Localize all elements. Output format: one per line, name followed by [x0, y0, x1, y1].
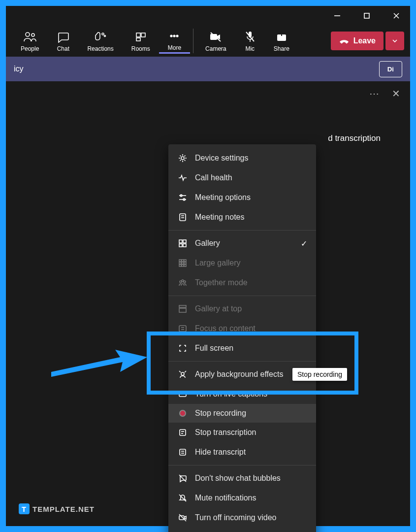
menu-label: Apply background effects [195, 370, 283, 379]
meeting-toolbar: People Chat Reactions Rooms More Camera … [6, 26, 410, 57]
svg-rect-31 [183, 244, 186, 247]
svg-line-62 [179, 514, 186, 521]
svg-rect-53 [180, 430, 186, 435]
menu-focus-content: Focus on content [168, 319, 316, 338]
chat-icon [57, 30, 69, 44]
menu-gallery[interactable]: Gallery ✓ [168, 233, 316, 253]
menu-meeting-options[interactable]: Meeting options [168, 188, 316, 207]
menu-stop-transcription[interactable]: Stop transcription [168, 423, 316, 442]
menu-mute-notifications[interactable]: Mute notifications [168, 488, 316, 508]
camera-off-icon [209, 30, 223, 44]
svg-point-5 [32, 33, 34, 36]
menu-large-gallery: Large gallery [168, 253, 316, 273]
gear-icon [177, 153, 188, 163]
svg-rect-35 [179, 262, 181, 264]
menu-label: Large gallery [195, 259, 241, 267]
more-menu: Device settings Call health Meeting opti… [168, 144, 316, 532]
menu-hide-transcript[interactable]: Hide transcript [168, 442, 316, 462]
menu-chat-bubbles[interactable]: Don't show chat bubbles [168, 468, 316, 488]
grid-icon [177, 238, 188, 248]
more-label: More [168, 44, 181, 51]
svg-point-49 [181, 372, 184, 375]
mic-button[interactable]: Mic [235, 29, 265, 53]
gallery-top-icon [177, 304, 188, 314]
svg-rect-1 [364, 13, 369, 18]
svg-point-11 [171, 35, 173, 37]
leave-button[interactable]: Leave [331, 32, 384, 50]
leave-label: Leave [353, 36, 376, 45]
menu-label: Gallery at top [195, 304, 242, 313]
svg-rect-56 [180, 449, 186, 455]
watermark-logo: T [19, 503, 30, 514]
camera-label: Camera [205, 45, 226, 52]
menu-label: Full screen [195, 344, 233, 353]
record-icon [177, 410, 188, 417]
menu-divider [168, 465, 316, 466]
panel-more-icon[interactable]: ⋯ [369, 88, 379, 100]
svg-point-13 [177, 35, 179, 37]
menu-divider [168, 361, 316, 362]
video-off-icon [177, 513, 188, 523]
svg-rect-30 [179, 244, 182, 247]
menu-label: Focus on content [195, 324, 256, 333]
svg-rect-39 [182, 265, 184, 266]
svg-rect-28 [179, 240, 182, 243]
more-icon [168, 29, 180, 43]
check-icon: ✓ [301, 239, 307, 248]
svg-point-20 [181, 157, 184, 160]
panel-text: d transcription [328, 133, 381, 143]
notes-icon [177, 212, 188, 222]
menu-stop-recording[interactable]: Stop recording [168, 404, 316, 423]
share-button[interactable]: Share [265, 29, 298, 53]
toolbar-separator [193, 29, 193, 53]
leave-dropdown[interactable] [385, 32, 404, 50]
chevron-down-icon [391, 37, 398, 44]
menu-full-screen[interactable]: Full screen [168, 338, 316, 358]
chat-label: Chat [57, 45, 69, 52]
menu-label: Turn off incoming video [195, 513, 276, 522]
notification-text: icy [14, 65, 24, 73]
panel-close-icon[interactable]: ✕ [392, 88, 400, 100]
grid-large-icon [177, 258, 188, 268]
reactions-icon [94, 30, 107, 44]
window-close[interactable] [386, 8, 406, 23]
sliders-icon [177, 193, 188, 202]
svg-line-60 [179, 495, 186, 501]
mic-label: Mic [245, 45, 255, 52]
dismiss-button[interactable]: Di [379, 61, 402, 77]
svg-rect-38 [179, 265, 181, 266]
menu-live-captions[interactable]: Turn on live captions [168, 384, 316, 404]
svg-point-43 [182, 280, 184, 282]
together-icon [177, 278, 188, 288]
focus-icon [177, 324, 188, 333]
menu-label: Together mode [195, 278, 248, 287]
svg-rect-33 [182, 260, 184, 262]
svg-rect-44 [179, 305, 186, 307]
more-button[interactable]: More [159, 28, 190, 54]
menu-together-mode: Together mode [168, 273, 316, 293]
reactions-button[interactable]: Reactions [78, 29, 122, 53]
svg-rect-32 [179, 260, 181, 262]
people-button[interactable]: People [12, 29, 48, 53]
menu-help[interactable]: Help [168, 528, 316, 532]
menu-call-health[interactable]: Call health [168, 168, 316, 188]
mic-off-icon [244, 30, 256, 44]
bell-off-icon [177, 493, 188, 503]
window-minimize[interactable] [327, 8, 347, 23]
window-maximize[interactable] [357, 8, 377, 23]
svg-rect-37 [184, 262, 186, 264]
menu-label: Gallery [195, 239, 220, 248]
camera-button[interactable]: Camera [196, 29, 235, 53]
menu-label: Meeting options [195, 193, 251, 202]
menu-incoming-video[interactable]: Turn off incoming video [168, 508, 316, 528]
svg-rect-40 [184, 265, 186, 266]
svg-rect-10 [136, 38, 140, 41]
menu-label: Device settings [195, 154, 249, 163]
menu-device-settings[interactable]: Device settings [168, 148, 316, 168]
menu-label: Meeting notes [195, 213, 245, 222]
menu-meeting-notes[interactable]: Meeting notes [168, 207, 316, 227]
menu-divider [168, 296, 316, 296]
menu-label: Call health [195, 173, 232, 182]
rooms-button[interactable]: Rooms [123, 29, 159, 53]
chat-button[interactable]: Chat [48, 29, 78, 53]
